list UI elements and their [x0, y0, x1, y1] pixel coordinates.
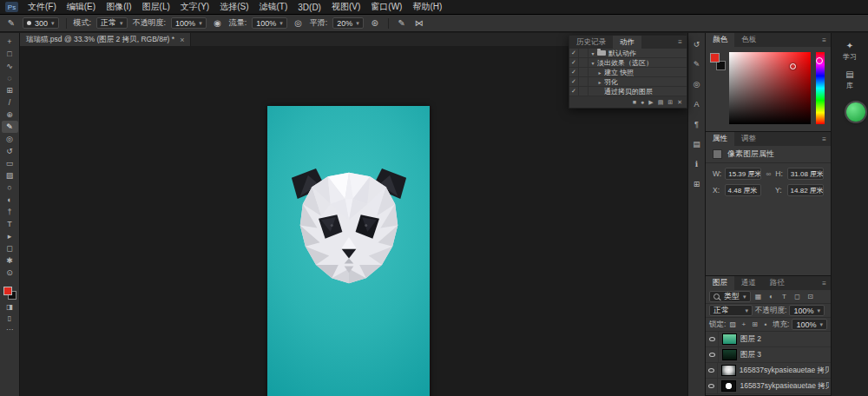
play-icon[interactable]: ▶: [648, 99, 653, 106]
dialog-toggle-box[interactable]: [579, 68, 589, 76]
new-action-icon[interactable]: ⊞: [667, 99, 673, 106]
filter-shape-icon[interactable]: ◻: [792, 293, 803, 300]
expand-arrow-icon[interactable]: ▸: [595, 79, 604, 85]
expand-arrow-icon[interactable]: ▾: [589, 50, 597, 56]
hue-slider[interactable]: [816, 52, 825, 124]
panel-menu-icon[interactable]: ≡: [818, 132, 831, 146]
layer-thumbnail[interactable]: [721, 380, 736, 392]
brush-size-dropdown[interactable]: 300 ▾: [23, 17, 59, 29]
tab-adjustments[interactable]: 调整: [734, 132, 763, 146]
tab-channels[interactable]: 通道: [734, 276, 763, 290]
action-check-icon[interactable]: ✓: [569, 58, 579, 67]
action-row[interactable]: ✓ ▾ 默认动作: [569, 49, 687, 58]
action-check-icon[interactable]: ✓: [569, 77, 579, 86]
close-icon[interactable]: ×: [180, 36, 184, 44]
document-canvas[interactable]: [267, 106, 430, 396]
filter-pixel-icon[interactable]: ▦: [753, 293, 764, 300]
tab-paths[interactable]: 路径: [763, 276, 792, 290]
dialog-toggle-box[interactable]: [579, 87, 589, 96]
action-check-icon[interactable]: ✓: [569, 87, 579, 96]
filter-smartobj-icon[interactable]: ⊡: [806, 293, 816, 300]
tab-history[interactable]: 历史记录: [569, 36, 613, 49]
panel-menu-icon[interactable]: ≡: [818, 276, 831, 290]
history-brush-tool[interactable]: ↺: [2, 145, 18, 157]
shape-tool[interactable]: ◻: [2, 242, 18, 254]
path-selection-tool[interactable]: ▸: [2, 230, 18, 242]
filter-type-dropdown[interactable]: 类型 ▾: [709, 291, 751, 302]
quick-selection-tool[interactable]: ◌: [2, 72, 18, 84]
green-record-overlay-button[interactable]: [846, 102, 865, 122]
navigator-panel-icon[interactable]: ⊞: [690, 178, 703, 189]
lasso-tool[interactable]: ∿: [2, 60, 18, 72]
foreground-color-swatch[interactable]: [3, 287, 12, 295]
menu-file[interactable]: 文件(F): [23, 0, 62, 14]
clone-source-panel-icon[interactable]: ◎: [690, 78, 703, 89]
filter-type-icon[interactable]: T: [779, 293, 790, 300]
pen-tool[interactable]: †: [2, 206, 18, 218]
gradient-tool[interactable]: ▨: [2, 169, 18, 182]
layer-row[interactable]: 图层 2: [706, 332, 831, 347]
lock-artboard-icon[interactable]: ⊞: [751, 320, 760, 328]
character-panel-icon[interactable]: A: [690, 98, 703, 109]
menu-help[interactable]: 帮助(H): [407, 0, 447, 14]
brush-tool[interactable]: ✎: [2, 121, 18, 133]
stop-icon[interactable]: ■: [633, 99, 636, 105]
expand-arrow-icon[interactable]: ▸: [595, 69, 604, 76]
document-tab[interactable]: 瑞瑞猫.psd @ 33.3% (图层 2 拷贝, RGB/8#) * ×: [20, 33, 191, 46]
brush-tool-icon[interactable]: ✎: [5, 18, 17, 28]
menu-filter[interactable]: 滤镜(T): [254, 0, 293, 14]
blur-tool[interactable]: ○: [2, 182, 18, 194]
width-field[interactable]: 15.39 厘米: [725, 168, 761, 180]
clone-stamp-tool[interactable]: ◎: [2, 133, 18, 145]
dialog-toggle-box[interactable]: [579, 77, 589, 86]
type-tool[interactable]: T: [2, 218, 18, 230]
layer-blend-mode-dropdown[interactable]: 正常 ▾: [709, 305, 753, 316]
tab-color[interactable]: 颜色: [706, 33, 734, 47]
eraser-tool[interactable]: ▭: [2, 157, 18, 169]
crop-tool[interactable]: ⊞: [2, 84, 18, 96]
panel-menu-icon[interactable]: ≡: [818, 33, 831, 47]
brush-settings-panel-icon[interactable]: ✎: [690, 58, 703, 69]
healing-brush-tool[interactable]: ⊕: [2, 109, 18, 121]
menu-3d[interactable]: 3D(D): [293, 0, 326, 14]
eyedropper-tool[interactable]: /: [2, 96, 18, 109]
quick-mask-button[interactable]: ◨: [6, 303, 13, 311]
fill-dropdown[interactable]: 100% ▾: [792, 319, 827, 330]
pressure-opacity-icon[interactable]: ◉: [212, 18, 224, 28]
marquee-tool[interactable]: □: [2, 48, 18, 60]
tab-swatches[interactable]: 色板: [734, 33, 763, 47]
filter-adjustment-icon[interactable]: ◐: [766, 293, 777, 300]
opacity-dropdown[interactable]: 100% ▾: [171, 17, 207, 29]
info-panel-icon[interactable]: ℹ: [690, 158, 703, 169]
smoothing-dropdown[interactable]: 20% ▾: [332, 17, 364, 29]
layer-row[interactable]: 165837sykpasieauetae 拷贝 2: [706, 363, 831, 379]
layer-opacity-dropdown[interactable]: 100% ▾: [789, 305, 825, 316]
zoom-tool[interactable]: ⊙: [2, 267, 18, 279]
menu-select[interactable]: 选择(S): [214, 0, 253, 14]
paint-symmetry-icon[interactable]: ⋈: [413, 18, 425, 28]
menu-view[interactable]: 视图(V): [326, 0, 365, 14]
action-row[interactable]: ✓ 通过拷贝的图层: [569, 87, 687, 96]
tab-properties[interactable]: 属性: [706, 132, 734, 146]
move-tool[interactable]: +: [2, 36, 18, 48]
tab-actions[interactable]: 动作: [613, 36, 641, 49]
menu-type[interactable]: 文字(Y): [175, 0, 214, 14]
menu-image[interactable]: 图像(I): [101, 0, 136, 14]
layer-thumbnail[interactable]: [722, 349, 737, 360]
action-check-icon[interactable]: ✓: [569, 68, 579, 76]
history-panel-icon[interactable]: ↺: [690, 38, 703, 50]
glyphs-panel-icon[interactable]: ▤: [690, 138, 703, 149]
action-row[interactable]: ✓ ▸ 羽化: [569, 77, 687, 87]
height-field[interactable]: 31.08 厘米: [787, 168, 824, 180]
expand-arrow-icon[interactable]: ▾: [589, 60, 597, 66]
dialog-toggle-box[interactable]: [579, 49, 589, 57]
lock-all-icon[interactable]: ▪: [761, 320, 770, 328]
record-icon[interactable]: ●: [641, 99, 644, 105]
visibility-cell[interactable]: [706, 379, 718, 393]
smoothing-gear-icon[interactable]: ⊛: [369, 18, 381, 28]
layer-row[interactable]: 图层 3: [706, 347, 831, 363]
dodge-tool[interactable]: ◐: [2, 194, 18, 206]
action-row[interactable]: ✓ ▸ 建立 快照: [569, 68, 687, 77]
visibility-cell[interactable]: [706, 332, 719, 346]
visibility-cell[interactable]: [706, 363, 718, 378]
